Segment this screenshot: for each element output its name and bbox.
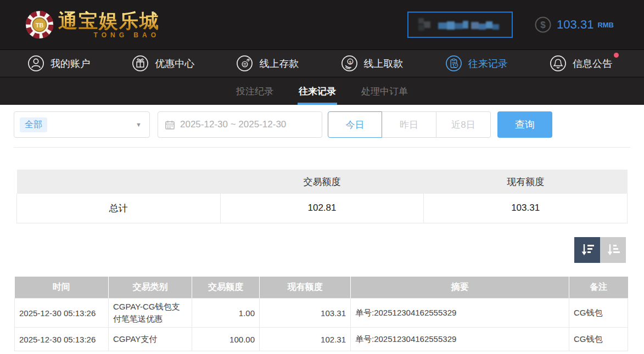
username-box[interactable]: [407, 12, 513, 38]
summary-header-row: 交易额度 现有额度: [17, 170, 628, 194]
col-header-amount: 交易额度: [192, 277, 260, 299]
sort-ascending-button[interactable]: [600, 237, 626, 263]
site-logo[interactable]: TB 通宝娱乐城 TONG BAO: [25, 10, 160, 39]
date-range-picker[interactable]: 2025-12-30 ~ 2025-12-30: [158, 111, 322, 138]
cell-balance: 103.31: [260, 299, 351, 328]
cell-remark: CG钱包: [569, 299, 628, 328]
logo-title: 通宝娱乐城: [58, 11, 160, 30]
table-row: 2025-12-30 05:13:26 CGPAY支付 100.00 102.3…: [15, 328, 628, 351]
balance-currency: RMB: [597, 21, 614, 29]
section-divider: [14, 147, 630, 148]
nav-item-transaction-records[interactable]: 往来记录: [445, 55, 508, 72]
svg-text:$: $: [540, 20, 546, 30]
censored-username: [416, 15, 504, 35]
summary-total-current-amount: 103.31: [424, 194, 628, 223]
balance-amount: 103.31: [557, 18, 593, 32]
records-header-row: 时间 交易类别 交易额度 现有额度 摘要 备注: [15, 277, 628, 299]
category-select[interactable]: 全部 ▼: [14, 111, 150, 138]
gift-icon: [132, 55, 149, 72]
calendar-icon: [165, 120, 175, 130]
record-subtabs: 投注纪录 往来记录 处理中订单: [0, 77, 644, 105]
summary-total-transaction-amount: 102.81: [220, 194, 424, 223]
cell-amount: 1.00: [192, 299, 260, 328]
sort-descending-button[interactable]: [574, 237, 600, 263]
range-last8days-button[interactable]: 近8日: [436, 111, 491, 138]
logo-text: 通宝娱乐城 TONG BAO: [58, 11, 160, 39]
cell-time: 2025-12-30 05:13:26: [15, 299, 109, 328]
svg-text:TB: TB: [36, 22, 44, 29]
records-table: 时间 交易类别 交易额度 现有额度 摘要 备注 2025-12-30 05:13…: [14, 277, 628, 352]
summary-total-label: 总计: [17, 194, 221, 223]
dollar-circle-icon: $: [535, 16, 551, 33]
tab-bet-records[interactable]: 投注纪录: [235, 77, 275, 105]
cell-type: CGPAY支付: [109, 328, 192, 351]
cell-amount: 100.00: [192, 328, 260, 351]
cell-remark: CG钱包: [569, 328, 628, 351]
chevron-down-icon: ▼: [136, 121, 142, 128]
top-header: TB 通宝娱乐城 TONG BAO: [0, 0, 644, 49]
filter-bar: 全部 ▼ 2025-12-30 ~ 2025-12-30 今日 昨日 近8日 查…: [14, 111, 644, 138]
notification-dot: [614, 53, 619, 58]
date-range-value: 2025-12-30 ~ 2025-12-30: [180, 119, 286, 130]
user-icon: [27, 55, 44, 72]
deposit-hand-coin-icon: [236, 55, 253, 72]
cell-time: 2025-12-30 05:13:26: [15, 328, 109, 351]
col-header-time: 时间: [15, 277, 109, 299]
logo-subtitle: TONG BAO: [58, 31, 160, 39]
search-button[interactable]: 查询: [497, 111, 552, 138]
table-row: 2025-12-30 05:13:26 CGPAY-CG钱包支付笔笔送优惠 1.…: [15, 299, 628, 328]
tab-transaction-records[interactable]: 往来记录: [298, 77, 337, 105]
cell-balance: 102.31: [260, 328, 351, 351]
summary-col-transaction-amount: 交易额度: [220, 170, 424, 194]
summary-col-blank: [17, 170, 221, 194]
col-header-balance: 现有额度: [260, 277, 351, 299]
summary-col-current-amount: 现有额度: [424, 170, 628, 194]
bell-icon: [550, 55, 567, 72]
cell-summary: 单号:202512304162555329: [351, 299, 569, 328]
summary-total-row: 总计 102.81 103.31: [17, 194, 628, 223]
withdraw-hand-coin-icon: $: [341, 55, 358, 72]
col-header-summary: 摘要: [351, 277, 569, 299]
sort-controls: [0, 237, 626, 263]
selected-category-tag[interactable]: 全部: [20, 117, 47, 132]
casino-chip-icon: TB: [25, 10, 54, 39]
main-navigation: 我的账户 优惠中心 线上存款: [0, 49, 644, 77]
col-header-type: 交易类别: [109, 277, 192, 299]
summary-table: 交易额度 现有额度 总计 102.81 103.31: [16, 170, 628, 223]
cell-summary: 单号:202512304162555329: [351, 328, 569, 351]
tab-pending-orders[interactable]: 处理中订单: [360, 77, 409, 105]
range-yesterday-button[interactable]: 昨日: [382, 111, 436, 138]
nav-item-announcements[interactable]: 信息公告: [550, 55, 612, 72]
sort-descending-icon: [579, 241, 596, 258]
quick-range-group: 今日 昨日 近8日: [328, 111, 491, 138]
svg-text:$: $: [349, 60, 351, 65]
cell-type: CGPAY-CG钱包支付笔笔送优惠: [109, 299, 192, 328]
nav-item-withdraw[interactable]: $ 线上取款: [341, 55, 404, 72]
range-today-button[interactable]: 今日: [328, 111, 382, 138]
col-header-remark: 备注: [569, 277, 628, 299]
nav-item-deposit[interactable]: 线上存款: [236, 55, 299, 72]
records-clipboard-clock-icon: [445, 55, 462, 72]
nav-item-my-account[interactable]: 我的账户: [27, 55, 90, 72]
balance-display[interactable]: $ 103.31 RMB: [535, 16, 614, 33]
sort-ascending-icon: [605, 241, 621, 258]
page: TB 通宝娱乐城 TONG BAO: [0, 0, 644, 354]
nav-item-promotions[interactable]: 优惠中心: [132, 55, 194, 72]
